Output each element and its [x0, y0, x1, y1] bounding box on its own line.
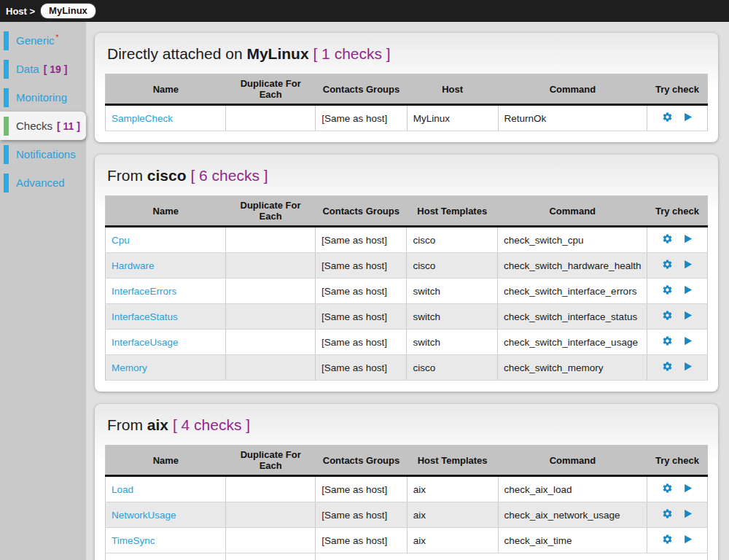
- table-header: NameDuplicate For EachContacts GroupsHos…: [106, 74, 708, 105]
- column-header: Command: [498, 74, 647, 105]
- check-name-link[interactable]: InterfaceErrors: [112, 286, 176, 297]
- play-icon[interactable]: [682, 534, 693, 545]
- play-icon[interactable]: [682, 284, 693, 295]
- gear-icon[interactable]: [662, 310, 673, 321]
- sidebar-item-advanced[interactable]: Advanced: [0, 168, 86, 197]
- play-icon[interactable]: [682, 310, 693, 321]
- section-title: Directly attached on MyLinux [ 1 checks …: [107, 45, 706, 63]
- gear-icon[interactable]: [662, 483, 673, 494]
- check-row: Hardware [Same as host] cisco check_swit…: [106, 253, 708, 279]
- try-check-actions: [662, 361, 693, 372]
- required-asterisk: *: [56, 34, 59, 42]
- section-title-prefix: From: [107, 167, 147, 184]
- column-header: Duplicate For Each: [226, 74, 316, 105]
- gear-icon[interactable]: [662, 259, 673, 270]
- host-cell: switch: [407, 279, 498, 304]
- gear-icon[interactable]: [662, 284, 673, 295]
- sidebar-item-label: Notifications: [16, 148, 76, 160]
- host-pill[interactable]: MyLinux: [41, 4, 95, 18]
- sidebar-item-monitoring[interactable]: Monitoring: [0, 83, 86, 112]
- try-check-actions: [662, 483, 693, 494]
- gear-icon[interactable]: [662, 112, 673, 122]
- breadcrumb-bar: Host > MyLinux: [0, 0, 729, 22]
- duplicate-for-each-cell: [226, 502, 316, 528]
- tab-accent-bar: [4, 88, 9, 107]
- contacts-groups-cell: [Same as host]: [316, 502, 408, 528]
- command-cell: check_switch_memory: [498, 355, 647, 381]
- check-row: Cpu [Same as host] cisco check_switch_cp…: [106, 227, 708, 253]
- checks-section-card: From aix [ 4 checks ] NameDuplicate For …: [95, 404, 718, 560]
- check-name-link[interactable]: SampleCheck: [112, 113, 173, 124]
- check-name-link[interactable]: Cpu: [112, 235, 130, 246]
- gear-icon[interactable]: [662, 335, 673, 346]
- check-row: SampleCheck [Same as host] MyLinux Retur…: [106, 105, 708, 131]
- column-header: Contacts Groups: [316, 446, 408, 476]
- duplicate-for-each-cell: [226, 105, 316, 131]
- table-header: NameDuplicate For EachContacts GroupsHos…: [106, 196, 708, 227]
- play-icon[interactable]: [682, 233, 693, 244]
- group-divider-row: FS: [106, 553, 708, 560]
- host-cell: aix: [407, 476, 498, 502]
- sidebar-item-label: Advanced: [16, 176, 65, 189]
- section-title-prefix: Directly attached on: [107, 45, 246, 62]
- sidebar-item-notifications[interactable]: Notifications: [0, 140, 86, 168]
- column-header: Command: [498, 196, 647, 227]
- sidebar-item-label: Checks: [16, 120, 52, 132]
- column-header: Name: [106, 74, 226, 105]
- contacts-groups-cell: [Same as host]: [316, 253, 407, 279]
- check-row: Load [Same as host] aix check_aix_load: [106, 476, 708, 502]
- column-header: Try check: [647, 74, 708, 105]
- try-check-actions: [662, 508, 693, 519]
- column-header: Host Templates: [407, 446, 498, 476]
- try-check-actions: [662, 284, 693, 295]
- breadcrumb: Host >: [6, 6, 35, 17]
- play-icon[interactable]: [682, 335, 693, 346]
- section-checks-count: [ 6 checks ]: [190, 167, 268, 184]
- tab-accent-bar: [4, 31, 9, 50]
- gear-icon[interactable]: [662, 233, 673, 244]
- check-name-link[interactable]: NetworkUsage: [112, 510, 176, 521]
- sidebar-item-checks[interactable]: Checks [ 11 ]: [0, 112, 86, 140]
- play-icon[interactable]: [682, 483, 693, 494]
- gear-icon[interactable]: [662, 534, 673, 545]
- contacts-groups-cell: [Same as host]: [316, 304, 407, 330]
- section-title-source: MyLinux: [246, 45, 308, 62]
- check-name-link[interactable]: Load: [112, 484, 133, 495]
- column-header: Try check: [647, 196, 708, 227]
- gear-icon[interactable]: [662, 508, 673, 519]
- section-title: From cisco [ 6 checks ]: [107, 167, 706, 184]
- check-name-link[interactable]: Memory: [112, 362, 147, 373]
- host-cell: MyLinux: [407, 105, 498, 131]
- sidebar-item-generic[interactable]: Generic *: [0, 26, 86, 55]
- check-name-link[interactable]: InterfaceUsage: [112, 337, 179, 348]
- host-cell: switch: [407, 330, 498, 355]
- column-header: Duplicate For Each: [226, 446, 316, 476]
- sidebar-item-data[interactable]: Data [ 19 ]: [0, 55, 86, 83]
- gear-icon[interactable]: [662, 361, 673, 372]
- contacts-groups-cell: [Same as host]: [316, 476, 408, 502]
- column-header: Command: [498, 446, 647, 476]
- section-title-source: cisco: [147, 167, 187, 184]
- tab-accent-bar: [4, 117, 9, 136]
- duplicate-for-each-cell: [226, 355, 316, 381]
- play-icon[interactable]: [682, 112, 693, 122]
- tab-accent-bar: [4, 145, 9, 164]
- checks-section-card: Directly attached on MyLinux [ 1 checks …: [95, 33, 718, 142]
- column-header: Contacts Groups: [316, 74, 408, 105]
- contacts-groups-cell: [Same as host]: [316, 279, 407, 304]
- sidebar: Generic * Data [ 19 ] Monitoring Checks …: [0, 22, 86, 560]
- command-cell: check_aix_network_usage: [498, 502, 647, 528]
- check-name-link[interactable]: Hardware: [112, 260, 155, 271]
- contacts-groups-cell: [Same as host]: [316, 330, 407, 355]
- check-name-link[interactable]: TimeSync: [112, 535, 155, 546]
- contacts-groups-cell: [Same as host]: [316, 105, 408, 131]
- play-icon[interactable]: [682, 259, 693, 270]
- duplicate-for-each-cell: [226, 227, 316, 253]
- play-icon[interactable]: [682, 361, 693, 372]
- check-name-link[interactable]: InterfaceStatus: [112, 311, 178, 322]
- try-check-actions: [662, 310, 693, 321]
- try-check-actions: [662, 233, 693, 244]
- section-checks-count: [ 4 checks ]: [173, 416, 250, 433]
- play-icon[interactable]: [682, 508, 693, 519]
- host-cell: switch: [407, 304, 498, 330]
